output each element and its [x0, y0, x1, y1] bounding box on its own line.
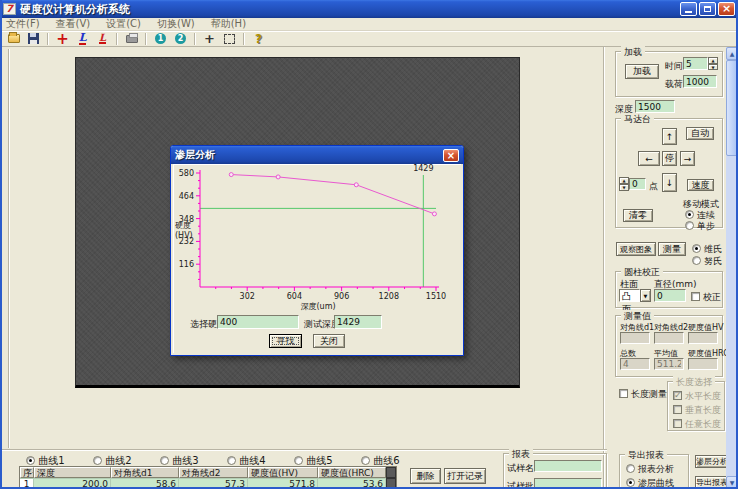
- toolbar-separator: [47, 33, 49, 45]
- menu-item-4[interactable]: 切换(W): [157, 17, 195, 31]
- force-field[interactable]: [683, 75, 717, 88]
- clear-button[interactable]: 清零: [623, 209, 653, 222]
- hv-field: [688, 332, 718, 344]
- svg-text:深度(um): 深度(um): [300, 302, 335, 311]
- table-header-cell[interactable]: 对角线d1: [111, 467, 179, 478]
- table-header-cell[interactable]: 序号: [20, 467, 34, 478]
- total-field: [620, 358, 650, 370]
- time-field[interactable]: [683, 57, 708, 70]
- panel-scrollbar[interactable]: ▲ ▼: [726, 47, 738, 489]
- curve-radio-4[interactable]: [227, 456, 236, 465]
- motor-auto-button[interactable]: 自动: [686, 127, 714, 140]
- report-analysis-radio[interactable]: [626, 464, 635, 473]
- sample-batch-field[interactable]: [534, 478, 602, 489]
- curve-radio-2[interactable]: [93, 456, 102, 465]
- minimize-button[interactable]: [680, 2, 697, 16]
- scroll-down-icon[interactable]: ▼: [726, 476, 738, 489]
- dialog-close-icon[interactable]: ×: [443, 149, 459, 162]
- menu-item-2[interactable]: 查看(V): [56, 17, 91, 31]
- export-group: 导出报表 报表分析 渗层曲线: [619, 454, 689, 488]
- scroll-up-icon[interactable]: ▲: [726, 47, 738, 60]
- camera2-icon[interactable]: 2: [171, 31, 190, 46]
- point-field[interactable]: [629, 178, 646, 190]
- knoop-radio[interactable]: [692, 256, 701, 265]
- open-record-button[interactable]: 打开记录: [444, 468, 486, 484]
- open-folder-icon[interactable]: [4, 31, 23, 46]
- dialog-title-bar[interactable]: 渗层分析 ×: [171, 146, 463, 164]
- observe-image-button[interactable]: 观察图象: [616, 242, 656, 256]
- vertical-length-option[interactable]: 垂直长度: [673, 404, 721, 417]
- red-cross-icon[interactable]: +: [53, 31, 72, 46]
- selection-frame-icon[interactable]: [220, 31, 239, 46]
- correct-checkbox[interactable]: [691, 292, 700, 301]
- results-table: 序号深度对角线d1对角线d2硬度值(HV)硬度值(HRC)1200.058.65…: [19, 466, 397, 489]
- motor-up-button[interactable]: ↑: [662, 128, 677, 145]
- measure-line1-icon[interactable]: L: [73, 31, 92, 46]
- layer-analysis-button[interactable]: 渗层分析: [695, 455, 729, 468]
- export-report-button[interactable]: 导出报表: [695, 476, 729, 489]
- test-depth-field[interactable]: [334, 315, 382, 329]
- table-header-cell[interactable]: 对角线d2: [179, 467, 248, 478]
- select-hardness-field[interactable]: [217, 315, 299, 329]
- curve-radio-6[interactable]: [361, 456, 370, 465]
- save-icon[interactable]: [24, 31, 43, 46]
- vickers-radio[interactable]: [692, 244, 701, 253]
- correct-option[interactable]: 校正: [691, 291, 721, 304]
- surface-dropdown[interactable]: 凸面 ▼: [619, 289, 651, 302]
- curve-radio-5[interactable]: [294, 456, 303, 465]
- menu-item-1[interactable]: 文件(F): [6, 17, 40, 31]
- length-measure-option[interactable]: 长度测量: [619, 388, 667, 401]
- help-icon[interactable]: ?: [249, 31, 268, 46]
- delete-button[interactable]: 删除: [410, 468, 441, 484]
- motor-stop-button[interactable]: 停: [662, 151, 677, 166]
- table-cell: 57.3: [179, 478, 248, 489]
- speed-button[interactable]: 速度: [687, 179, 714, 191]
- left-splitter[interactable]: [8, 49, 10, 448]
- table-row[interactable]: 1200.058.657.3571.853.6: [20, 478, 396, 489]
- motor-left-button[interactable]: ←: [638, 151, 660, 166]
- mode-step-radio[interactable]: [685, 221, 694, 230]
- scrollbar-thumb[interactable]: [726, 60, 738, 156]
- measure-line2-icon[interactable]: L: [93, 31, 112, 46]
- free-length-option[interactable]: 任意长度: [673, 418, 721, 431]
- toolbar-separator: [243, 33, 245, 45]
- point-spinner[interactable]: ▲▼: [619, 177, 629, 191]
- curve-radio-1[interactable]: [26, 456, 35, 465]
- report-analysis-option[interactable]: 报表分析: [626, 463, 674, 476]
- motor-right-button[interactable]: →: [680, 151, 695, 166]
- knoop-option[interactable]: 努氏: [692, 255, 722, 268]
- table-header-cell[interactable]: 硬度值(HRC): [318, 467, 386, 478]
- sample-name-field[interactable]: [534, 460, 602, 472]
- horizontal-length-option[interactable]: 水平长度: [673, 390, 721, 403]
- find-button[interactable]: 寻找: [269, 334, 302, 348]
- restore-button[interactable]: [699, 2, 716, 16]
- close-button[interactable]: ×: [718, 2, 735, 16]
- mode-step-option[interactable]: 单步: [685, 220, 715, 233]
- load-button[interactable]: 加载: [625, 64, 659, 79]
- menu-item-3[interactable]: 设置(C): [106, 17, 141, 31]
- motor-down-button[interactable]: ↓: [662, 173, 677, 192]
- measure-button[interactable]: 测量: [658, 242, 686, 256]
- values-group: 测量值 对角线d1 对角线d2 硬度值HV 总数 平均值 硬度值HRC: [615, 315, 723, 377]
- app-window: 7 硬度仪计算机分析系统 × 文件(F)查看(V)设置(C)切换(W)帮助(H)…: [0, 0, 738, 489]
- table-header-cell[interactable]: 深度: [34, 467, 111, 478]
- print-icon[interactable]: [122, 31, 141, 46]
- time-spinner[interactable]: ▲▼: [708, 57, 718, 70]
- crosshair-icon[interactable]: +: [200, 31, 219, 46]
- load-group-title: 加载: [621, 46, 645, 59]
- layer-curve-radio[interactable]: [626, 478, 635, 487]
- table-header-cell[interactable]: 硬度值(HV): [248, 467, 318, 478]
- menu-item-5[interactable]: 帮助(H): [211, 17, 246, 31]
- dropdown-arrow-icon[interactable]: ▼: [640, 289, 651, 302]
- camera1-icon[interactable]: 1: [151, 31, 170, 46]
- layer-curve-option[interactable]: 渗层曲线: [626, 477, 674, 489]
- curve-radio-3[interactable]: [160, 456, 169, 465]
- diameter-field[interactable]: [654, 289, 686, 302]
- point-label: 点: [649, 180, 658, 193]
- mode-continuous-radio[interactable]: [685, 210, 694, 219]
- dialog-close-button[interactable]: 关闭: [313, 334, 345, 348]
- length-measure-checkbox[interactable]: [619, 389, 628, 398]
- depth-field[interactable]: [635, 100, 675, 113]
- d1-field: [620, 332, 650, 344]
- table-cell: 53.6: [318, 478, 386, 489]
